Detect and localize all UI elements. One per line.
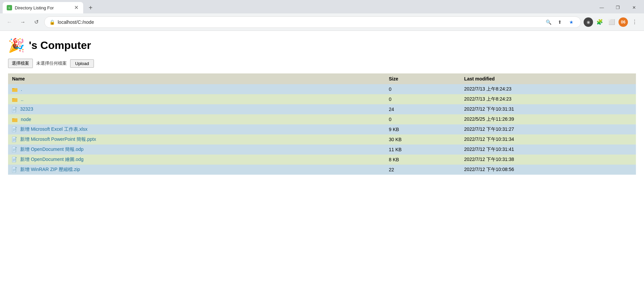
svg-rect-7 bbox=[12, 99, 17, 102]
file-modified-cell: 2022/7/12 下午10:31:31 bbox=[460, 104, 636, 114]
reload-button[interactable]: ↺ bbox=[31, 17, 42, 27]
svg-marker-17 bbox=[16, 127, 17, 128]
table-row: 新增 Microsoft PowerPoint 簡報.pptx30 KB2022… bbox=[8, 134, 636, 145]
file-link[interactable]: . bbox=[21, 87, 22, 92]
tab-favicon: S bbox=[7, 5, 12, 10]
file-modified-cell: 2022/7/13 上午8:24:23 bbox=[460, 84, 636, 94]
svg-marker-37 bbox=[16, 167, 17, 168]
extensions-button[interactable]: 🧩 bbox=[594, 17, 605, 27]
file-icon bbox=[12, 147, 18, 152]
menu-button[interactable]: ⋮ bbox=[629, 17, 640, 27]
file-name-cell: 新增 Microsoft Excel 工作表.xlsx bbox=[8, 124, 385, 134]
page-content: 🎉 's Computer 選擇檔案 未選擇任何檔案 Upload Name S… bbox=[0, 31, 644, 287]
svg-marker-22 bbox=[16, 137, 17, 138]
file-icon bbox=[12, 167, 18, 172]
file-size-cell: 30 KB bbox=[385, 134, 460, 145]
file-modified-cell: 2022/7/12 下午10:31:27 bbox=[460, 124, 636, 134]
file-modified-cell: 2022/7/12 下午10:08:56 bbox=[460, 165, 636, 175]
file-name-cell: 新增 OpenDocument 繪圖.odg bbox=[8, 155, 385, 165]
file-name-cell: 新增 OpenDocument 簡報.odp bbox=[8, 145, 385, 155]
svg-rect-26 bbox=[12, 147, 16, 152]
close-button[interactable]: ✕ bbox=[627, 3, 641, 12]
svg-rect-4 bbox=[12, 89, 17, 92]
file-link[interactable]: 32323 bbox=[20, 106, 33, 112]
file-size-cell: 0 bbox=[385, 94, 460, 104]
file-size-cell: 22 bbox=[385, 165, 460, 175]
file-link[interactable]: 新增 OpenDocument 簡報.odp bbox=[20, 147, 84, 152]
nav-right-icons: ◉ 🧩 ⬜ 06 ⋮ bbox=[584, 17, 640, 27]
upload-button[interactable]: Upload bbox=[70, 59, 94, 68]
svg-marker-27 bbox=[16, 147, 17, 148]
table-header-row: Name Size Last modified bbox=[8, 73, 636, 84]
file-name-cell: . bbox=[8, 84, 385, 94]
file-size-cell: 11 KB bbox=[385, 145, 460, 155]
svg-rect-31 bbox=[12, 157, 16, 162]
file-link[interactable]: 新增 WinRAR ZIP 壓縮檔.zip bbox=[20, 167, 80, 172]
file-link[interactable]: node bbox=[21, 117, 31, 122]
file-icon bbox=[12, 106, 18, 112]
window-controls: — ❐ ✕ bbox=[594, 3, 641, 13]
page-title: 's Computer bbox=[29, 39, 91, 52]
col-size-header: Size bbox=[385, 73, 460, 84]
url-text: localhost/C:/node bbox=[58, 19, 541, 25]
tab-title: Directory Listing For bbox=[15, 5, 70, 10]
browser-window: S Directory Listing For ✕ + — ❐ ✕ ← → ↺ … bbox=[0, 0, 644, 287]
svg-rect-16 bbox=[12, 127, 16, 132]
header-emoji: 🎉 bbox=[8, 38, 25, 53]
file-modified-cell: 2022/5/25 上午11:26:39 bbox=[460, 114, 636, 124]
file-modified-cell: 2022/7/12 下午10:31:41 bbox=[460, 145, 636, 155]
svg-marker-32 bbox=[16, 157, 17, 158]
table-row: 新增 OpenDocument 繪圖.odg8 KB2022/7/12 下午10… bbox=[8, 155, 636, 165]
folder-icon bbox=[12, 97, 19, 102]
choose-file-button[interactable]: 選擇檔案 bbox=[8, 59, 33, 68]
file-link[interactable]: 新增 OpenDocument 繪圖.odg bbox=[20, 157, 84, 162]
file-modified-cell: 2022/7/12 下午10:31:38 bbox=[460, 155, 636, 165]
file-name-cell: 新增 WinRAR ZIP 壓縮檔.zip bbox=[8, 165, 385, 175]
file-name-cell: 新增 Microsoft PowerPoint 簡報.pptx bbox=[8, 134, 385, 145]
new-tab-button[interactable]: + bbox=[86, 3, 95, 12]
file-size-cell: 8 KB bbox=[385, 155, 460, 165]
folder-icon bbox=[12, 117, 19, 122]
back-button[interactable]: ← bbox=[4, 17, 15, 27]
active-tab[interactable]: S Directory Listing For ✕ bbox=[3, 2, 83, 13]
svg-rect-15 bbox=[12, 119, 17, 122]
restore-button[interactable]: ❐ bbox=[610, 3, 625, 12]
file-link[interactable]: 新增 Microsoft Excel 工作表.xlsx bbox=[20, 126, 88, 132]
folder-icon bbox=[12, 87, 19, 92]
table-row: 32323242022/7/12 下午10:31:31 bbox=[8, 104, 636, 114]
bookmark-button[interactable]: ★ bbox=[567, 17, 576, 27]
file-name-cell: 32323 bbox=[8, 104, 385, 114]
svg-marker-9 bbox=[16, 107, 17, 108]
minimize-button[interactable]: — bbox=[594, 3, 609, 12]
share-button[interactable]: ⬆ bbox=[555, 17, 565, 27]
address-actions: 🔍 ⬆ ★ bbox=[544, 17, 576, 27]
table-row: 新增 WinRAR ZIP 壓縮檔.zip222022/7/12 下午10:08… bbox=[8, 165, 636, 175]
file-icon bbox=[12, 126, 18, 132]
file-modified-cell: 2022/7/12 下午10:31:34 bbox=[460, 134, 636, 145]
extension-dark-button[interactable]: ◉ bbox=[584, 17, 593, 27]
file-link[interactable]: 新增 Microsoft PowerPoint 簡報.pptx bbox=[20, 136, 96, 142]
profile-badge[interactable]: 06 bbox=[619, 17, 628, 27]
zoom-button[interactable]: 🔍 bbox=[544, 17, 553, 27]
table-row: .02022/7/13 上午8:24:23 bbox=[8, 84, 636, 94]
file-link[interactable]: .. bbox=[21, 97, 23, 102]
file-size-cell: 0 bbox=[385, 84, 460, 94]
no-file-label: 未選擇任何檔案 bbox=[36, 60, 67, 66]
lock-icon: 🔒 bbox=[49, 19, 55, 25]
file-size-cell: 9 KB bbox=[385, 124, 460, 134]
col-modified-header: Last modified bbox=[460, 73, 636, 84]
file-name-cell: node bbox=[8, 114, 385, 124]
table-row: node02022/5/25 上午11:26:39 bbox=[8, 114, 636, 124]
file-icon bbox=[12, 157, 18, 162]
file-size-cell: 0 bbox=[385, 114, 460, 124]
forward-button[interactable]: → bbox=[17, 17, 28, 27]
file-modified-cell: 2022/7/13 上午8:24:23 bbox=[460, 94, 636, 104]
table-row: 新增 Microsoft Excel 工作表.xlsx9 KB2022/7/12… bbox=[8, 124, 636, 134]
split-screen-button[interactable]: ⬜ bbox=[606, 17, 617, 27]
col-name-header: Name bbox=[8, 73, 385, 84]
svg-rect-21 bbox=[12, 137, 16, 142]
svg-rect-8 bbox=[12, 107, 16, 112]
address-bar[interactable]: 🔒 localhost/C:/node 🔍 ⬆ ★ bbox=[44, 16, 581, 28]
tab-close-button[interactable]: ✕ bbox=[73, 5, 79, 11]
table-row: 新增 OpenDocument 簡報.odp11 KB2022/7/12 下午1… bbox=[8, 145, 636, 155]
